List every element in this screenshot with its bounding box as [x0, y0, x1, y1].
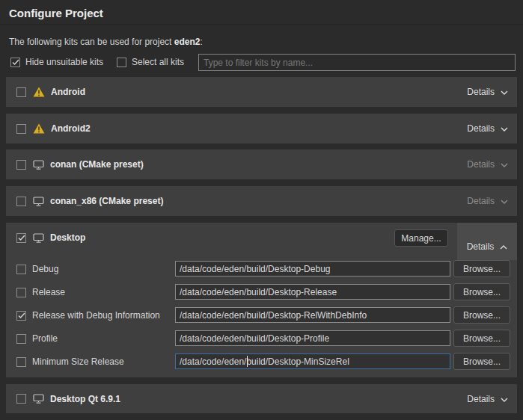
desktop-monitor-icon	[33, 197, 44, 206]
chevron-down-icon	[501, 87, 508, 97]
warning-icon	[33, 123, 45, 134]
title-separator	[0, 25, 523, 26]
build-config-row-relwithdebinfo: Release with Debug Information Browse...	[6, 306, 517, 324]
build-dir-input-profile[interactable]	[175, 330, 450, 346]
config-label: Debug	[32, 264, 58, 274]
build-config-row-release: Release Browse...	[6, 283, 517, 301]
warning-icon	[33, 87, 45, 97]
kit-name: conan (CMake preset)	[50, 159, 144, 170]
config-checkbox[interactable]	[16, 265, 26, 274]
build-dir-input-minsizerel[interactable]	[175, 353, 450, 369]
select-all-kits-checkbox[interactable]: Select all kits	[117, 57, 184, 67]
build-dir-input-release[interactable]	[175, 284, 450, 300]
kit-name: Android	[51, 87, 85, 97]
configure-project-screen: Configure Project The following kits can…	[0, 0, 523, 420]
kit-checkbox[interactable]	[16, 394, 26, 404]
kit-name: Desktop	[50, 232, 85, 243]
details-toggle[interactable]: Details	[467, 87, 508, 97]
browse-button[interactable]: Browse...	[453, 283, 510, 300]
browse-button[interactable]: Browse...	[453, 330, 510, 347]
text-caret	[247, 356, 248, 367]
kit-checkbox[interactable]	[16, 87, 26, 97]
config-checkbox[interactable]	[16, 357, 26, 367]
kit-row-android: Android Details	[6, 77, 517, 107]
build-config-row-minsizerel: Minimum Size Release Browse...	[6, 353, 517, 371]
kit-panel-desktop: Details Desktop Manage... Debug Browse..…	[6, 223, 517, 377]
kit-name: Desktop Qt 6.9.1	[50, 394, 120, 404]
chevron-down-icon	[501, 196, 508, 206]
chevron-down-icon	[501, 394, 508, 404]
config-checkbox-checked[interactable]	[16, 311, 26, 321]
manage-kits-button[interactable]: Manage...	[394, 229, 448, 247]
kit-row-android2: Android2 Details	[6, 114, 517, 143]
build-config-row-profile: Profile Browse...	[6, 330, 517, 348]
config-label: Release with Debug Information	[32, 310, 160, 321]
desktop-monitor-icon	[33, 160, 44, 170]
build-config-row-debug: Debug Browse...	[6, 260, 517, 278]
chevron-down-icon	[501, 159, 508, 170]
chevron-down-icon	[501, 123, 508, 134]
build-dir-input-relwithdebinfo[interactable]	[175, 307, 450, 323]
browse-button[interactable]: Browse...	[453, 306, 510, 324]
project-name: eden2	[174, 37, 201, 47]
details-toggle-disabled: Details	[467, 159, 508, 170]
kit-row-desktop-qt: Desktop Qt 6.9.1 Details	[6, 384, 517, 413]
hide-unsuitable-kits-checkbox[interactable]: Hide unsuitable kits	[10, 57, 103, 67]
build-dir-input-debug[interactable]	[175, 261, 450, 277]
config-label: Profile	[32, 333, 58, 344]
page-title: Configure Project	[9, 7, 103, 19]
kit-row-conan: conan (CMake preset) Details	[6, 149, 517, 179]
kit-name: Android2	[51, 123, 91, 134]
kit-checkbox-checked[interactable]	[16, 233, 26, 243]
details-toggle-disabled: Details	[467, 196, 508, 206]
config-label: Release	[32, 287, 65, 297]
checkbox-unchecked-icon[interactable]	[117, 58, 126, 67]
kit-row-conan-x86: conan_x86 (CMake preset) Details	[6, 186, 517, 216]
details-toggle[interactable]: Details	[467, 394, 508, 404]
desktop-monitor-icon	[33, 233, 44, 243]
kit-checkbox[interactable]	[16, 124, 26, 134]
select-all-kits-label: Select all kits	[132, 57, 184, 67]
details-toggle[interactable]: Details	[467, 123, 508, 134]
kit-checkbox[interactable]	[16, 197, 26, 206]
kit-name: conan_x86 (CMake preset)	[50, 196, 163, 206]
browse-button[interactable]: Browse...	[453, 260, 510, 277]
checkbox-checked-icon[interactable]	[10, 58, 20, 67]
config-checkbox[interactable]	[16, 288, 26, 297]
config-checkbox[interactable]	[16, 334, 26, 344]
kit-checkbox[interactable]	[16, 160, 26, 170]
desktop-monitor-icon	[33, 394, 44, 404]
config-label: Minimum Size Release	[32, 356, 124, 367]
kit-filter-input[interactable]	[198, 54, 516, 71]
browse-button[interactable]: Browse...	[453, 353, 510, 370]
kits-description: The following kits can be used for proje…	[9, 37, 203, 47]
hide-unsuitable-kits-label: Hide unsuitable kits	[25, 57, 103, 67]
